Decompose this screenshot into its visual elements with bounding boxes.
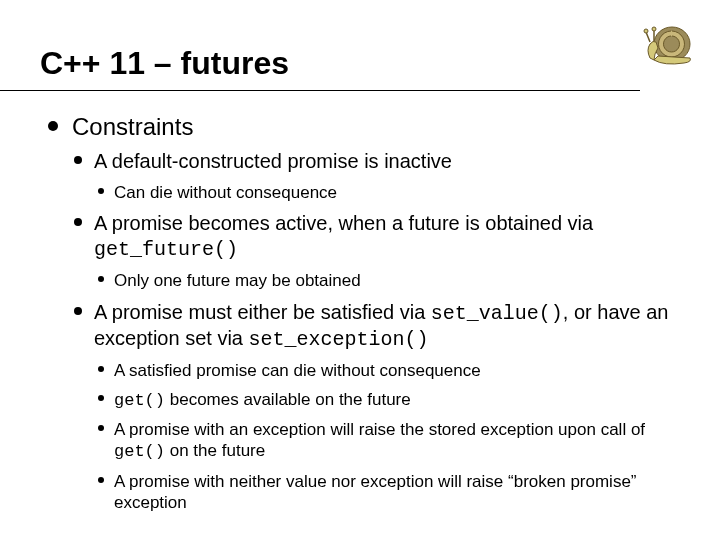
l1-text: A promise becomes active, when a future … (94, 211, 690, 262)
l1-text: A default-constructed promise is inactiv… (94, 149, 452, 174)
l2-text: Only one future may be obtained (114, 270, 361, 291)
svg-point-4 (652, 27, 656, 31)
bullet-icon (74, 307, 82, 315)
l2-text: A promise with neither value nor excepti… (114, 471, 690, 514)
bullet-icon (74, 218, 82, 226)
l1-text: A promise must either be satisfied via s… (94, 300, 690, 352)
list-item-l2: Only one future may be obtained (98, 270, 690, 291)
code-span: get_future() (94, 238, 238, 261)
bullet-icon (98, 188, 104, 194)
bullet-icon (98, 366, 104, 372)
code-span: get() (114, 442, 165, 461)
code-span: set_value() (431, 302, 563, 325)
svg-line-1 (646, 32, 650, 42)
list-item-l0: Constraints (48, 113, 690, 141)
l0-text: Constraints (72, 113, 193, 141)
code-span: set_exception() (249, 328, 429, 351)
list-item-l1: A promise must either be satisfied via s… (74, 300, 690, 352)
list-item-l2: A promise with an exception will raise t… (98, 419, 690, 463)
list-item-l2: get() becomes available on the future (98, 389, 690, 411)
list-item-l1: A default-constructed promise is inactiv… (74, 149, 690, 174)
slide-content: Constraints A default-constructed promis… (0, 113, 720, 513)
l2-text: Can die without consequence (114, 182, 337, 203)
bullet-icon (98, 395, 104, 401)
snail-icon (640, 18, 698, 68)
bullet-icon (74, 156, 82, 164)
bullet-icon (98, 477, 104, 483)
slide-title: C++ 11 – futures (0, 0, 640, 91)
l2-text: A promise with an exception will raise t… (114, 419, 690, 463)
code-span: get() (114, 391, 165, 410)
list-item-l2: A promise with neither value nor excepti… (98, 471, 690, 514)
bullet-icon (98, 425, 104, 431)
l2-text: A satisfied promise can die without cons… (114, 360, 481, 381)
list-item-l2: Can die without consequence (98, 182, 690, 203)
l2-text: get() becomes available on the future (114, 389, 411, 411)
bullet-icon (48, 121, 58, 131)
svg-point-2 (644, 29, 648, 33)
list-item-l1: A promise becomes active, when a future … (74, 211, 690, 262)
bullet-icon (98, 276, 104, 282)
list-item-l2: A satisfied promise can die without cons… (98, 360, 690, 381)
